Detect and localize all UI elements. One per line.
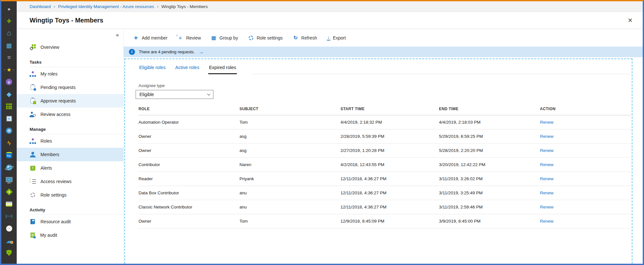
breadcrumb-link-privileged-identity-management-azure-resources[interactable]: Privileged Identity Management - Azure r…: [58, 4, 154, 9]
sidebar-item-access-reviews[interactable]: Access reviews: [17, 175, 123, 188]
cell-subject: asg: [239, 129, 340, 144]
virtual-networks-icon[interactable]: ⟨⋯⟩: [1, 210, 17, 222]
table-row: Classic Network Contributoranu12/11/2018…: [139, 200, 631, 214]
sidebar-item-members[interactable]: Members: [17, 148, 123, 161]
sidebar-item-label: Members: [40, 152, 59, 157]
favorites-star-icon[interactable]: ★: [1, 64, 17, 76]
sidebar-item-review-access[interactable]: Review access: [17, 108, 123, 121]
icon-glyph: »: [8, 6, 10, 11]
table-row: Automation OperatorTom4/4/2019, 2:18:32 …: [139, 115, 631, 129]
icon-glyph: ▫: [6, 177, 13, 182]
close-blade-button[interactable]: ×: [626, 16, 634, 24]
pending-requests-icon: [31, 85, 35, 90]
privileged-identity-management-icon[interactable]: ψ: [1, 76, 17, 88]
icon-glyph: ◆: [6, 116, 12, 121]
main-column: Dashboard›Privileged Identity Management…: [17, 1, 643, 264]
group-icon: ▦: [210, 35, 217, 41]
breadcrumb: Dashboard›Privileged Identity Management…: [17, 1, 643, 12]
function-apps-icon[interactable]: ϟ: [1, 137, 17, 149]
sidebar-item-role-settings[interactable]: Role settings: [17, 188, 123, 202]
breadcrumb-current: Wingtip Toys - Members: [161, 4, 208, 9]
cosmos-db-icon[interactable]: [1, 161, 17, 173]
advisor-icon[interactable]: ☁: [1, 234, 17, 247]
monitor-icon[interactable]: ◔: [1, 222, 17, 234]
assignee-type-select[interactable]: Eligible: [136, 90, 213, 99]
storage-accounts-icon[interactable]: [1, 198, 17, 210]
renew-link[interactable]: Renew: [540, 219, 553, 224]
overview-icon: [30, 44, 36, 50]
role-settings-icon: [30, 192, 36, 198]
security-center-icon[interactable]: ▪: [1, 247, 17, 259]
create-resource-icon[interactable]: +: [1, 15, 17, 27]
renew-link[interactable]: Renew: [540, 190, 553, 195]
tab-active-roles[interactable]: Active roles: [174, 64, 200, 74]
sidebar-item-label: My roles: [40, 71, 58, 76]
resource-groups-icon[interactable]: ◆: [1, 112, 17, 125]
all-services-icon[interactable]: ≡: [1, 51, 17, 64]
sidebar-item-my-audit[interactable]: My audit: [17, 228, 123, 242]
cell-start: 12/9/2018, 8:45:09 PM: [341, 214, 439, 228]
renew-link[interactable]: Renew: [540, 162, 553, 167]
my-roles-icon: [30, 71, 36, 77]
sidebar-item-overview[interactable]: Overview: [17, 40, 123, 54]
activity-bar-icons: » + ⌂ ▦ ≡ ★ ψ ◆ ◆ ⊕ ϟ SQL ▫ × ⟨⋯⟩ ◔ ☁ ▪: [1, 3, 17, 259]
dashboard-icon[interactable]: ▦: [1, 39, 17, 51]
sidebar-item-alerts[interactable]: Alerts: [17, 161, 123, 175]
icon-glyph: ⟨⋯⟩: [5, 214, 13, 218]
sidebar-item-label: My audit: [40, 233, 57, 238]
table-row: OwnerTom12/9/2018, 8:45:09 PM3/9/2019, 8…: [139, 214, 631, 228]
sidebar-item-approve-requests[interactable]: Approve requests: [17, 94, 123, 108]
renew-link[interactable]: Renew: [540, 176, 553, 181]
cell-start: 2/27/2019, 1:20:28 PM: [341, 144, 439, 158]
sidebar-item-my-roles[interactable]: My roles: [17, 67, 123, 81]
all-resources-icon[interactable]: [1, 100, 17, 112]
cell-action: Renew: [540, 214, 631, 228]
collapse-sidebar-icon[interactable]: «: [116, 32, 119, 38]
title-bar: Wingtip Toys - Members ×: [17, 12, 643, 29]
toolbar-button-role-settings[interactable]: Role settings: [248, 35, 283, 41]
breadcrumb-link-dashboard[interactable]: Dashboard: [30, 4, 51, 9]
table-row: ReaderPriyank12/11/2018, 4:36:27 PM3/11/…: [139, 172, 631, 186]
toolbar-button-review[interactable]: ≡ Review: [177, 35, 201, 41]
virtual-machines-icon[interactable]: ▫: [1, 173, 17, 186]
renew-link[interactable]: Renew: [540, 148, 553, 153]
sidebar-item-label: Role settings: [40, 192, 67, 198]
sidebar-item-roles[interactable]: Roles: [17, 134, 123, 148]
toolbar-button-add-member[interactable]: + Add member: [133, 35, 167, 41]
renew-link[interactable]: Renew: [540, 205, 553, 209]
table-row: Data Box Contributoranu12/11/2018, 4:36:…: [139, 186, 631, 200]
pending-requests-banner[interactable]: i There are 4 pending requests. →: [124, 47, 643, 57]
home-icon[interactable]: ⌂: [1, 27, 17, 39]
renew-link[interactable]: Renew: [540, 134, 553, 139]
roles-tabstrip: Eligible roles Active roles Expired role…: [139, 59, 631, 74]
cell-subject: anu: [239, 200, 340, 214]
tab-eligible-roles[interactable]: Eligible roles: [139, 64, 166, 74]
renew-link[interactable]: Renew: [540, 120, 553, 125]
tab-expired-roles[interactable]: Expired roles: [208, 64, 237, 74]
sql-databases-icon[interactable]: SQL: [1, 149, 17, 161]
my-audit-icon: [31, 233, 35, 238]
cell-action: Renew: [540, 129, 631, 144]
table-header-row: ROLESUBJECTSTART TIMEEND TIMEACTION: [139, 103, 631, 115]
sidebar-item-resource-audit[interactable]: Resource audit: [17, 215, 123, 228]
content-pane: + Add member ≡ Review ▦ Group by Role se…: [124, 29, 643, 264]
app-services-icon[interactable]: ⊕: [1, 125, 17, 137]
icon-glyph: ◔: [6, 225, 12, 232]
load-balancers-icon[interactable]: ×: [1, 186, 17, 198]
sidebar-item-pending-requests[interactable]: Pending requests: [17, 81, 123, 94]
toolbar-button-refresh[interactable]: ↻ Refresh: [292, 35, 317, 41]
assignee-type-label: Assignee type: [139, 83, 631, 88]
icon-glyph: ◆: [6, 91, 11, 97]
info-icon: i: [129, 49, 135, 55]
cell-role: Owner: [139, 129, 239, 144]
settings-icon: [248, 35, 254, 41]
azure-active-directory-icon[interactable]: ◆: [1, 88, 17, 100]
cell-subject: Priyank: [239, 172, 340, 186]
toolbar-button-export[interactable]: ↓ Export: [327, 35, 346, 40]
breadcrumb-separator-icon: ›: [54, 4, 55, 9]
cell-subject: anu: [239, 186, 340, 200]
toolbar-button-group-by[interactable]: ▦ Group by: [210, 35, 238, 41]
expand-sidebar-icon[interactable]: »: [1, 3, 17, 15]
roles-section: Eligible roles Active roles Expired role…: [124, 58, 632, 265]
cell-role: Automation Operator: [139, 115, 239, 129]
